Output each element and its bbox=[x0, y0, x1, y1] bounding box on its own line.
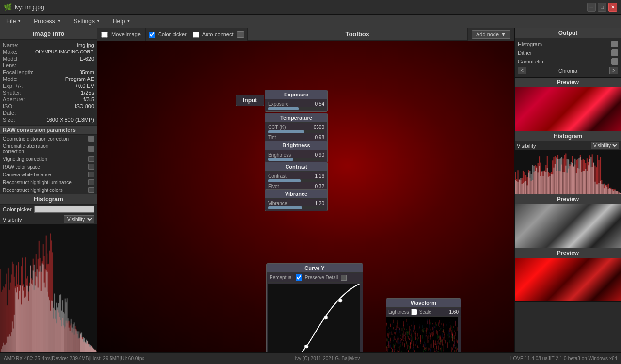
auto-connect-checkbox[interactable] bbox=[193, 32, 199, 38]
menu-bar: File ▼ Process ▼ Settings ▼ Help ▼ bbox=[0, 15, 621, 28]
menu-help[interactable]: Help ▼ bbox=[107, 16, 137, 27]
color-picker-label: Color picker bbox=[3, 206, 32, 212]
curve-y-header: Curve Y bbox=[267, 264, 363, 273]
param-highcol-checkbox[interactable] bbox=[88, 187, 94, 193]
info-lens: Lens: bbox=[3, 62, 94, 69]
raw-params-list: Geometric distortion correction Chromati… bbox=[0, 135, 97, 194]
runtime: LOVE 11.4.0/LuaJIT 2.1.0-beta3 on Window… bbox=[510, 356, 617, 361]
menu-file[interactable]: File ▼ bbox=[0, 16, 28, 27]
exposure-node[interactable]: Exposure Exposure 0.54 bbox=[265, 90, 328, 112]
cct-value: 6500 bbox=[314, 125, 324, 130]
info-shutter: Shutter: 1/25s bbox=[3, 89, 94, 96]
param-rawcolor-checkbox[interactable] bbox=[88, 164, 94, 170]
param-camera-wb[interactable]: Camera white balance bbox=[0, 171, 97, 178]
param-raw-colorspace[interactable]: RAW color space bbox=[0, 163, 97, 171]
menu-settings[interactable]: Settings ▼ bbox=[67, 16, 107, 27]
temperature-header: Temperature bbox=[265, 113, 327, 123]
visibility-row: Visibility Visibility All None bbox=[0, 214, 97, 224]
device-memory: Device: 239.6MB bbox=[52, 356, 89, 361]
curve-svg bbox=[268, 284, 360, 352]
param-geometric-checkbox[interactable] bbox=[88, 136, 94, 142]
info-aperture: Aperture: f/3.5 bbox=[3, 96, 94, 103]
lightness-label: Lightness bbox=[388, 309, 409, 315]
move-image-label: Move image bbox=[111, 32, 141, 37]
svg-point-1 bbox=[324, 316, 328, 319]
waveform-canvas bbox=[386, 317, 458, 352]
visibility-dropdown[interactable]: Visibility All None bbox=[64, 215, 94, 223]
output-options: Histogram Dither Gamut clip < Chroma > bbox=[515, 38, 621, 77]
input-node[interactable]: Input bbox=[236, 95, 264, 106]
settings-menu-arrow: ▼ bbox=[96, 19, 100, 23]
close-button[interactable]: ✕ bbox=[608, 3, 617, 12]
dither-toggle[interactable] bbox=[611, 49, 618, 56]
info-mode: Mode: Program AE bbox=[3, 76, 94, 82]
auto-connect-toggle[interactable] bbox=[237, 31, 244, 38]
param-highlight-colors[interactable]: Reconstruct highlight colors bbox=[0, 186, 97, 194]
output-header: Output bbox=[515, 28, 621, 38]
svg-point-2 bbox=[338, 299, 342, 302]
preview1-image bbox=[515, 87, 621, 131]
preview2-section: Preview bbox=[515, 194, 621, 248]
raw-params-header: RAW conversion parameters bbox=[0, 125, 97, 135]
visibility-label: Visibility bbox=[3, 217, 64, 222]
add-node-arrow: ▼ bbox=[501, 32, 506, 37]
output-dither-row: Dither bbox=[518, 48, 618, 57]
preserve-detail-checkbox[interactable] bbox=[296, 274, 302, 281]
brightness-header: Brightness bbox=[265, 141, 327, 150]
histogram-toggle[interactable] bbox=[611, 41, 618, 47]
histogram-right-section: Histogram Visibility Visibility bbox=[515, 131, 621, 194]
help-menu-arrow: ▼ bbox=[127, 19, 131, 23]
exposure-header: Exposure bbox=[265, 90, 327, 99]
main-area: Image Info Name: img.jpg Make: OLYMPUS I… bbox=[0, 28, 621, 352]
color-picker-swatch[interactable] bbox=[34, 206, 94, 213]
gpu-status: AMD RX 480: 35.4ms bbox=[4, 356, 51, 361]
gamutclip-toggle[interactable] bbox=[611, 58, 618, 65]
output-section: Output Histogram Dither Gamut clip < Chr… bbox=[515, 28, 621, 78]
canvas-area[interactable]: Input Exposure Exposure 0.54 Tempe bbox=[97, 41, 514, 352]
param-vignetting-checkbox[interactable] bbox=[88, 156, 94, 162]
brightness-node[interactable]: Brightness Brightness 0.90 bbox=[265, 141, 328, 163]
info-model: Model: E-620 bbox=[3, 55, 94, 62]
image-info-table: Name: img.jpg Make: OLYMPUS IMAGING CORP… bbox=[0, 40, 97, 125]
menu-process[interactable]: Process ▼ bbox=[28, 16, 67, 27]
contrast-header: Contrast bbox=[265, 162, 327, 172]
process-menu-arrow: ▼ bbox=[57, 19, 61, 23]
hist-visibility-dropdown[interactable]: Visibility bbox=[591, 142, 619, 149]
hist-visibility-row: Visibility Visibility bbox=[515, 141, 621, 150]
waveform-node[interactable]: Waveform Lightness Scale 1.60 bbox=[386, 298, 461, 352]
curve-canvas[interactable] bbox=[268, 284, 360, 352]
vibrance-header: Vibrance bbox=[265, 190, 327, 199]
chroma-next-btn[interactable]: > bbox=[609, 67, 618, 74]
param-camwb-checkbox[interactable] bbox=[88, 172, 94, 177]
left-panel: Image Info Name: img.jpg Make: OLYMPUS I… bbox=[0, 28, 97, 352]
preview2-header: Preview bbox=[515, 194, 621, 204]
info-make: Make: OLYMPUS IMAGING CORP. bbox=[3, 48, 94, 55]
tint-value: 0.98 bbox=[315, 135, 324, 140]
exposure-field-value: 0.54 bbox=[315, 101, 324, 107]
svg-point-0 bbox=[304, 345, 308, 348]
param-vignetting[interactable]: Vignetting correction bbox=[0, 155, 97, 163]
add-node-button[interactable]: Add node ▼ bbox=[472, 30, 510, 39]
curve-option-box[interactable] bbox=[341, 275, 347, 281]
param-highlum-checkbox[interactable] bbox=[88, 179, 94, 185]
param-chromatic-checkbox[interactable] bbox=[88, 146, 94, 152]
preview1-section: Preview bbox=[515, 78, 621, 131]
histogram-section-header: Histogram bbox=[0, 194, 97, 205]
curve-y-node[interactable]: Curve Y Perceptual Preserve Detail bbox=[266, 263, 363, 352]
info-size: Size: 1600 X 800 (1.3MP) bbox=[3, 116, 94, 123]
waveform-scale-checkbox[interactable] bbox=[411, 309, 417, 315]
vibrance-node[interactable]: Vibrance Vibrance 1.20 bbox=[265, 189, 328, 211]
preserve-detail-label: Preserve Detail bbox=[305, 275, 338, 280]
param-geometric[interactable]: Geometric distortion correction bbox=[0, 135, 97, 142]
scale-label: Scale bbox=[419, 309, 431, 315]
file-menu-arrow: ▼ bbox=[17, 19, 21, 23]
histogram-right-header: Histogram bbox=[515, 131, 621, 141]
param-highlight-lum[interactable]: Reconstruct highlight luminance bbox=[0, 178, 97, 186]
chroma-prev-btn[interactable]: < bbox=[518, 67, 526, 74]
maximize-button[interactable]: □ bbox=[598, 3, 606, 12]
move-image-checkbox[interactable] bbox=[101, 32, 108, 38]
info-focal: Focal length: 35mm bbox=[3, 69, 94, 76]
minimize-button[interactable]: ─ bbox=[587, 3, 596, 12]
param-chromatic[interactable]: Chromatic aberrationcorrection bbox=[0, 142, 97, 155]
color-picker-checkbox[interactable] bbox=[149, 32, 155, 38]
